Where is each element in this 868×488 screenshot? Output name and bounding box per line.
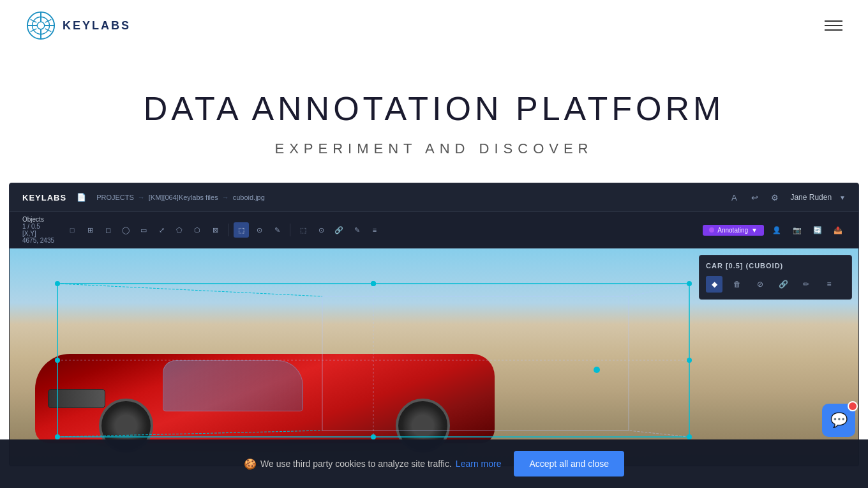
annotating-status-badge[interactable]: Annotating ▼	[703, 225, 764, 236]
hero-subtitle: EXPERIMENT AND DISCOVER	[13, 141, 855, 157]
settings-icon[interactable]: ⚙	[767, 190, 782, 205]
camera-tool-btn[interactable]: 📷	[789, 222, 805, 238]
hex-tool-btn[interactable]: ⬡	[190, 222, 205, 238]
hero-title: DATA ANNOTATION PLATFORM	[13, 89, 855, 128]
panel-title-label: CAR [0.5] (CUBOID)	[706, 262, 845, 270]
coords-value: 4675, 2435	[22, 237, 54, 244]
learn-more-link[interactable]: Learn more	[456, 459, 502, 466]
app-header-right: A ↩ ⚙ Jane Ruden ▼	[726, 190, 846, 205]
panel-edit-icon[interactable]: ✏	[798, 276, 814, 293]
coords-label: [X,Y]	[22, 230, 54, 237]
bbox-tool-btn[interactable]: ⬚	[234, 222, 249, 238]
mask-tool-btn[interactable]: ⊠	[207, 222, 223, 238]
header-tool-icons: A ↩ ⚙	[726, 190, 782, 205]
panel-action-icons: ◆ 🗑 ⊘ 🔗 ✏ ≡	[706, 276, 845, 293]
undo-icon[interactable]: ↩	[747, 190, 762, 205]
text-tool-icon[interactable]: A	[726, 190, 742, 205]
polygon-tool-btn[interactable]: ◻	[100, 222, 116, 238]
menu-line-3	[825, 29, 842, 31]
annotating-label: Annotating	[717, 227, 748, 234]
breadcrumb: PROJECTS → [KM][064]Keylabs files → cubo…	[96, 194, 265, 201]
breadcrumb-arrow-1: →	[138, 194, 145, 201]
objects-label: Objects	[22, 216, 54, 223]
pen-tool-btn[interactable]: ✎	[269, 222, 285, 238]
svg-point-2	[37, 22, 45, 29]
panel-delete-icon[interactable]: 🗑	[729, 276, 745, 293]
menu-line-1	[825, 20, 842, 22]
headlight	[48, 389, 105, 408]
app-header-bar: KEYLABS 📄 PROJECTS → [KM][064]Keylabs fi…	[10, 183, 858, 212]
hamburger-menu-button[interactable]	[825, 20, 842, 31]
app-screenshot: KEYLABS 📄 PROJECTS → [KM][064]Keylabs fi…	[9, 183, 859, 466]
breadcrumb-projects: PROJECTS	[96, 194, 134, 201]
expand-tool-btn[interactable]: ⤢	[154, 222, 169, 238]
grid-tool-btn[interactable]: ⊞	[82, 222, 98, 238]
link-tool-btn[interactable]: 🔗	[331, 222, 347, 238]
panel-link-icon[interactable]: 🔗	[775, 276, 791, 293]
select-tool-btn[interactable]: □	[64, 222, 80, 238]
keylabs-logo-icon	[26, 10, 56, 41]
tool-9[interactable]: ⬚	[296, 222, 311, 238]
toolbar-separator-1	[228, 224, 228, 236]
circle-tool-btn[interactable]: ◯	[118, 222, 133, 238]
chat-notification-badge	[848, 401, 858, 411]
refresh-tool-btn[interactable]: 🔄	[810, 222, 825, 238]
chat-bubble-icon: 💬	[830, 412, 848, 429]
breadcrumb-file: cuboid.jpg	[233, 194, 265, 201]
user-chevron-icon[interactable]: ▼	[839, 194, 846, 201]
export-tool-btn[interactable]: 📤	[830, 222, 846, 238]
logo-container: KEYLABS	[26, 10, 131, 41]
toolbar-right-area: Annotating ▼ 👤 📷 🔄 📤	[703, 222, 846, 238]
toolbar-tools-group: □ ⊞ ◻ ◯ ▭ ⤢ ⬠ ⬡ ⊠ ⬚ ⊙ ✎ ⬚ ⊙ 🔗 ✎ ≡	[64, 222, 382, 238]
breadcrumb-folder: [KM][064]Keylabs files	[149, 194, 218, 201]
app-toolbar: Objects 1 / 0.5 [X,Y] 4675, 2435 □ ⊞ ◻ ◯…	[10, 212, 858, 248]
annotating-chevron: ▼	[751, 227, 758, 234]
chat-widget-button[interactable]: 💬	[822, 404, 855, 437]
panel-cancel-icon[interactable]: ⊘	[752, 276, 768, 293]
cookie-banner: 🍪 We use third party cookies to analyze …	[0, 439, 868, 466]
panel-layers-icon[interactable]: ≡	[821, 276, 837, 293]
objects-value: 1 / 0.5	[22, 223, 54, 230]
keypoint-tool-btn[interactable]: ⊙	[251, 222, 267, 238]
breadcrumb-arrow-2: →	[222, 194, 229, 201]
shape-tool-btn[interactable]: ⬠	[172, 222, 187, 238]
car-illustration	[35, 287, 514, 453]
user-name-label: Jane Ruden	[790, 193, 832, 202]
toolbar-separator-2	[290, 224, 290, 236]
windshield	[163, 360, 303, 411]
tool-10[interactable]: ⊙	[313, 222, 329, 238]
person-tool-btn[interactable]: 👤	[769, 222, 784, 238]
app-logo-text: KEYLABS	[22, 193, 66, 202]
objects-info-panel: Objects 1 / 0.5 [X,Y] 4675, 2435	[22, 216, 54, 244]
menu-line-2	[825, 25, 842, 26]
cookie-icon: 🍪	[244, 458, 257, 467]
cookie-text-label: We use third party cookies to analyze si…	[260, 459, 452, 466]
layers-tool-btn[interactable]: ≡	[367, 222, 382, 238]
rect-tool-btn[interactable]: ▭	[136, 222, 151, 238]
app-doc-icon: 📄	[77, 193, 86, 202]
accept-cookies-button[interactable]: Accept all and close	[514, 451, 624, 466]
main-header: KEYLABS	[0, 0, 868, 51]
cookie-message: 🍪 We use third party cookies to analyze …	[244, 458, 501, 467]
panel-point-icon[interactable]: ◆	[706, 276, 722, 293]
logo-text: KEYLABS	[63, 19, 131, 33]
property-panel: CAR [0.5] (CUBOID) ◆ 🗑 ⊘ 🔗 ✏ ≡	[699, 255, 852, 300]
annotating-dot	[709, 227, 714, 233]
hero-section: DATA ANNOTATION PLATFORM EXPERIMENT AND …	[0, 51, 868, 183]
edit-tool-btn[interactable]: ✎	[349, 222, 364, 238]
app-canvas-area: CAR [0.5] (CUBOID) ◆ 🗑 ⊘ 🔗 ✏ ≡	[10, 248, 858, 466]
